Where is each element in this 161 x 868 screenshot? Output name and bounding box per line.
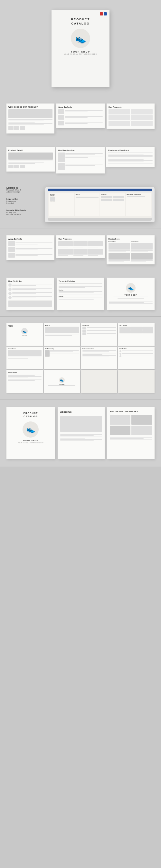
line bbox=[83, 355, 116, 356]
product-item bbox=[108, 109, 130, 115]
product-item bbox=[131, 121, 153, 126]
page-new-arrivals: New Arrivals bbox=[56, 103, 104, 128]
line bbox=[12, 284, 52, 284]
line bbox=[8, 122, 35, 123]
line bbox=[59, 291, 102, 292]
line bbox=[122, 350, 153, 351]
laptop-toolbar bbox=[47, 189, 152, 191]
line bbox=[108, 160, 153, 161]
line bbox=[8, 162, 44, 162]
product-image bbox=[8, 153, 53, 160]
feature-label: Link to the bbox=[6, 198, 39, 200]
section-spread2: Product Detail Our Membership bbox=[0, 140, 161, 180]
grid-page-empty1 bbox=[81, 370, 118, 393]
line bbox=[118, 298, 144, 299]
grid-page-membership: Our Membership bbox=[44, 347, 80, 369]
line bbox=[8, 356, 41, 357]
line bbox=[8, 374, 41, 374]
line bbox=[15, 250, 38, 250]
laptop-screen: PRODUCTCATALOG YOUR SHOP About Us bbox=[47, 192, 152, 218]
new-arrivals-title: New Arrivals bbox=[58, 106, 102, 108]
terms-title: Terms & Policies bbox=[59, 280, 102, 282]
line bbox=[87, 327, 116, 328]
line bbox=[83, 356, 109, 357]
line bbox=[50, 350, 79, 351]
pages-spread-3: New Arrivals bbox=[6, 236, 155, 265]
screen-col: WHY CHOOSE OUR PRODUCT bbox=[126, 193, 151, 216]
line bbox=[87, 330, 116, 331]
section-cover: PRODUCT CATALOG 👟 YOUR SHOP YOUR SLOGAN … bbox=[0, 0, 161, 97]
line bbox=[83, 354, 103, 355]
section-bottom: PRODUCT CATALOG 👟 YOUR SHOP YOUR SLOGAN … bbox=[0, 399, 161, 467]
thumb bbox=[8, 126, 13, 130]
line bbox=[15, 248, 53, 249]
line bbox=[50, 351, 73, 352]
line bbox=[8, 379, 41, 379]
feature-label: Include File Guide bbox=[6, 209, 39, 212]
product-item bbox=[131, 109, 153, 115]
line bbox=[8, 378, 28, 378]
how-to-order-title: How To Order bbox=[8, 280, 52, 282]
line bbox=[65, 110, 102, 111]
section-grid: PRODUCTCATALOG 👟 YOUR SHOP About Us New … bbox=[0, 316, 161, 399]
line bbox=[83, 350, 116, 351]
line bbox=[65, 117, 87, 118]
grid-page-cover: PRODUCTCATALOG 👟 YOUR SHOP bbox=[6, 323, 43, 346]
bestsellers-title: Bestsellers bbox=[108, 238, 153, 240]
line bbox=[108, 156, 153, 157]
thumb bbox=[14, 126, 19, 130]
cover-page: PRODUCT CATALOG 👟 YOUR SHOP YOUR SLOGAN … bbox=[52, 10, 109, 87]
grid-page-arrivals: New Arrivals bbox=[81, 323, 118, 346]
product-thumb bbox=[58, 115, 64, 120]
line bbox=[59, 286, 102, 287]
line bbox=[8, 119, 53, 120]
line bbox=[108, 161, 143, 162]
membership-title: Our Membership bbox=[58, 149, 103, 151]
line bbox=[109, 301, 153, 302]
page-our-products-2: Our Products bbox=[56, 236, 104, 258]
detail-spread: Product Detail Our Membership bbox=[6, 147, 155, 174]
order-spread: How To Order bbox=[6, 278, 155, 310]
line bbox=[110, 439, 152, 440]
page-terms: Terms & Policies Section Section bbox=[57, 278, 104, 310]
screen-col: New Arrivals bbox=[100, 193, 125, 216]
line bbox=[12, 298, 36, 298]
page-bestsellers: Bestsellers Product Name Product Name bbox=[106, 236, 155, 265]
thumb bbox=[20, 165, 25, 168]
page-membership: Our Membership bbox=[56, 147, 105, 174]
line bbox=[65, 164, 103, 164]
our-products-title: Our Products bbox=[108, 106, 153, 108]
page-shop-back: 👟 YOUR SHOP bbox=[107, 278, 155, 310]
person-image bbox=[58, 153, 65, 162]
line bbox=[8, 376, 41, 377]
grid-page-shop: 👟 YOUR SHOP bbox=[44, 370, 80, 393]
page-why-choose: WHY CHOOSE OUR PRODUCT bbox=[6, 103, 55, 133]
line bbox=[59, 299, 94, 300]
line bbox=[65, 116, 102, 117]
line bbox=[15, 254, 53, 255]
line bbox=[8, 163, 35, 164]
feature-editable: Editable in Microsoft Word & Adobe Indes… bbox=[6, 187, 39, 193]
line bbox=[122, 355, 153, 356]
line bbox=[60, 434, 102, 435]
line bbox=[65, 157, 88, 158]
adobe-badge bbox=[100, 12, 103, 16]
line bbox=[108, 154, 143, 154]
line bbox=[60, 435, 94, 436]
line bbox=[15, 255, 38, 256]
line bbox=[65, 112, 87, 112]
line bbox=[65, 123, 87, 124]
screen-col: About Us bbox=[75, 193, 100, 216]
line bbox=[59, 298, 102, 298]
line bbox=[8, 123, 53, 124]
bottom-spread: PRODUCT CATALOG 👟 YOUR SHOP YOUR SLOGAN … bbox=[6, 407, 155, 459]
page-feedback: Customers Feedback bbox=[106, 147, 155, 167]
features-list: Editable in Microsoft Word & Adobe Indes… bbox=[6, 187, 39, 215]
feature-images: Link to the Images are Included bbox=[6, 198, 39, 204]
line bbox=[8, 124, 44, 125]
products-grid bbox=[108, 109, 153, 126]
laptop-mockup-container: PRODUCTCATALOG YOUR SHOP About Us bbox=[45, 187, 155, 222]
feature-label: Editable in bbox=[6, 187, 39, 189]
bottom-cover: PRODUCT CATALOG 👟 YOUR SHOP YOUR SLOGAN … bbox=[6, 407, 55, 459]
laptop-mockup: PRODUCTCATALOG YOUR SHOP About Us bbox=[45, 187, 155, 222]
